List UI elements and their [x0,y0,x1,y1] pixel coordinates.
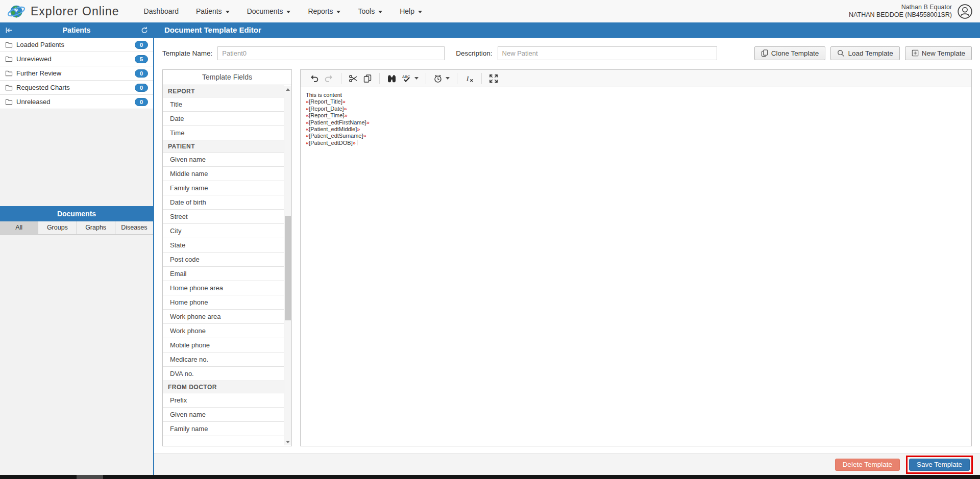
field-item[interactable]: Middle name [163,167,284,181]
field-item[interactable]: Post code [163,253,284,267]
field-item[interactable]: Work phone [163,324,284,338]
field-item[interactable]: Date of birth [163,195,284,210]
footer-bar: Delete Template Save Template [154,453,980,475]
template-fields-title: Template Fields [163,70,291,85]
app-title: Explorer Online [31,5,119,18]
count-badge: 0 [135,84,148,92]
field-item[interactable]: Medicare no. [163,352,284,367]
spellcheck-button[interactable]: ABC [399,72,421,85]
globe-logo-icon [7,3,26,20]
field-item[interactable]: DVA no. [163,367,284,381]
sidebar-item-unreleased[interactable]: Unreleased 0 [0,95,153,109]
refresh-icon[interactable] [136,26,153,34]
tab-diseases[interactable]: Diseases [115,221,153,234]
sidebar-item-label: Further Review [16,69,61,77]
editor-line-merge-field: «[Patient_edtFirstName]» [306,119,966,126]
field-item[interactable]: Time [163,126,284,140]
fields-scrollbar[interactable] [284,86,291,445]
field-item[interactable]: Work phone area [163,310,284,324]
load-template-button[interactable]: Load Template [830,46,899,60]
field-item[interactable]: Mobile phone [163,338,284,352]
field-item[interactable]: Date [163,112,284,126]
sidebar-item-requested-charts[interactable]: Requested Charts 0 [0,81,153,95]
scrollbar-thumb[interactable] [285,216,291,320]
nav-item-help[interactable]: Help [400,7,422,15]
template-fields-list: REPORT Title Date Time PATIENT Given nam… [163,85,284,446]
field-item[interactable]: Given name [163,408,284,422]
clear-format-icon: I [464,74,474,83]
search-icon [837,49,845,57]
field-item[interactable]: Street [163,210,284,224]
field-item[interactable]: Title [163,97,284,112]
cut-button[interactable] [346,72,360,85]
nav-item-reports[interactable]: Reports [308,7,340,15]
redo-button[interactable] [322,72,336,85]
text-cursor [357,140,357,145]
nav-item-tools[interactable]: Tools [358,7,382,15]
description-input[interactable] [498,46,717,60]
field-item[interactable]: Home phone area [163,281,284,295]
patients-panel-title: Patients [17,26,136,34]
new-template-button[interactable]: New Template [905,46,972,60]
nav-item-documents[interactable]: Documents [247,7,291,15]
user-display-name: Nathan B Equator [849,4,952,11]
annotation-highlight: Save Template [906,456,973,474]
sidebar: Patients Loaded Patients 0 Unreviewed 5 [0,22,154,475]
field-group-header-report: REPORT [163,85,284,97]
patients-panel-header: Patients [0,22,153,38]
collapse-sidebar-icon[interactable] [0,26,17,35]
field-item[interactable]: Family name [163,422,284,436]
autotext-button[interactable] [431,72,452,85]
clear-formatting-button[interactable]: I [462,72,477,85]
nav-item-dashboard[interactable]: Dashboard [144,7,179,15]
field-item-partial[interactable] [163,436,284,446]
template-form: Template Name: Description: Clone Templa… [154,38,980,68]
field-item[interactable]: City [163,224,284,238]
clone-template-button[interactable]: Clone Template [754,46,826,60]
user-account-id: NATHAN BEDDOE (NB4558001SR) [849,11,952,19]
user-info: Nathan B Equator NATHAN BEDDOE (NB455800… [849,4,973,19]
app-logo: Explorer Online [7,3,119,20]
copy-icon [363,74,372,83]
save-template-button[interactable]: Save Template [909,459,970,471]
field-item[interactable]: Home phone [163,295,284,310]
editor-content[interactable]: This is content «[Report_Title]» «[Repor… [301,87,971,446]
spellcheck-icon: ABC [402,74,411,83]
documents-tabs: All Groups Graphs Diseases [0,221,153,235]
sidebar-item-further-review[interactable]: Further Review 0 [0,66,153,81]
chevron-down-icon [286,11,290,13]
documents-panel: Documents All Groups Graphs Diseases [0,206,153,235]
count-badge: 0 [135,69,148,78]
folder-icon [5,84,13,91]
editor-line-merge-field: «[Patient_edtMiddle]» [306,126,966,133]
field-item[interactable]: State [163,238,284,253]
tab-groups[interactable]: Groups [38,221,77,234]
find-button[interactable] [384,72,399,85]
user-avatar-icon[interactable] [957,4,973,19]
chevron-down-icon [418,11,422,13]
chevron-down-icon [226,11,230,13]
sidebar-item-loaded-patients[interactable]: Loaded Patients 0 [0,38,153,52]
scroll-up-icon[interactable] [284,86,291,93]
template-name-input[interactable] [217,46,445,60]
main-panel: Document Template Editor Template Name: … [154,22,980,475]
svg-text:I: I [466,74,469,82]
delete-template-button[interactable]: Delete Template [835,459,900,471]
redo-icon [324,73,334,83]
field-item[interactable]: Email [163,267,284,281]
field-item[interactable]: Family name [163,181,284,195]
editor-line-merge-field: «[Report_Title]» [306,98,966,105]
scissors-icon [349,74,358,83]
nav-item-patients[interactable]: Patients [196,7,230,15]
tab-graphs[interactable]: Graphs [77,221,115,234]
copy-button[interactable] [360,72,375,85]
undo-button[interactable] [307,72,322,85]
scroll-down-icon[interactable] [284,438,291,445]
sidebar-item-unreviewed[interactable]: Unreviewed 5 [0,52,153,66]
tab-all[interactable]: All [0,221,38,234]
field-item[interactable]: Prefix [163,393,284,408]
clone-icon [761,49,768,57]
fullscreen-button[interactable] [486,72,501,85]
editor-line-merge-field: «[Patient_edtDOB]» [306,140,966,146]
field-item[interactable]: Given name [163,153,284,167]
